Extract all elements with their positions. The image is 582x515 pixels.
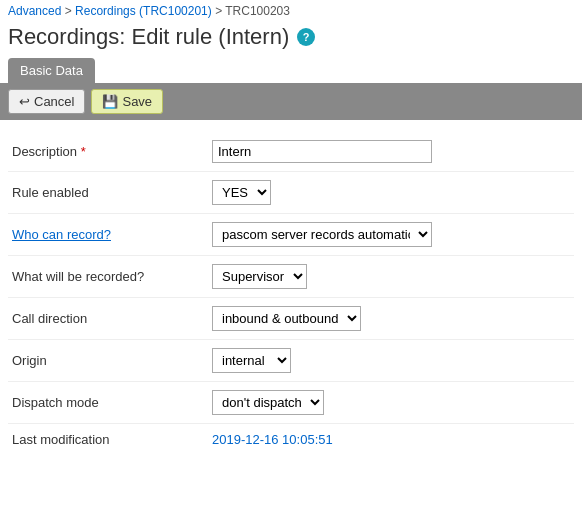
value-origin: internal external all	[212, 348, 570, 373]
label-rule-enabled: Rule enabled	[12, 185, 212, 200]
label-who-can-record[interactable]: Who can record?	[12, 227, 212, 242]
last-modification-value: 2019-12-16 10:05:51	[212, 432, 333, 447]
label-dispatch-mode: Dispatch mode	[12, 395, 212, 410]
rule-enabled-select[interactable]: YES NO	[212, 180, 271, 205]
toolbar: ↩ Cancel 💾 Save	[0, 83, 582, 120]
call-direction-select[interactable]: inbound & outbound inbound outbound	[212, 306, 361, 331]
save-label: Save	[122, 94, 152, 109]
form-row-dispatch-mode: Dispatch mode don't dispatch dispatch	[8, 382, 574, 424]
save-button[interactable]: 💾 Save	[91, 89, 163, 114]
origin-select[interactable]: internal external all	[212, 348, 291, 373]
breadcrumb-recordings[interactable]: Recordings (TRC100201)	[75, 4, 212, 18]
breadcrumb-advanced[interactable]: Advanced	[8, 4, 61, 18]
value-last-modification: 2019-12-16 10:05:51	[212, 432, 570, 447]
save-icon: 💾	[102, 94, 118, 109]
value-rule-enabled: YES NO	[212, 180, 570, 205]
value-description	[212, 140, 570, 163]
description-input[interactable]	[212, 140, 432, 163]
form-row-last-modification: Last modification 2019-12-16 10:05:51	[8, 424, 574, 455]
required-star: *	[81, 144, 86, 159]
form-row-description: Description *	[8, 132, 574, 172]
dispatch-mode-select[interactable]: don't dispatch dispatch	[212, 390, 324, 415]
value-dispatch-mode: don't dispatch dispatch	[212, 390, 570, 415]
form-row-rule-enabled: Rule enabled YES NO	[8, 172, 574, 214]
label-origin: Origin	[12, 353, 212, 368]
tab-basic-data[interactable]: Basic Data	[8, 58, 95, 83]
value-what-recorded: Supervisor All None	[212, 264, 570, 289]
cancel-label: Cancel	[34, 94, 74, 109]
page-title: Recordings: Edit rule (Intern) ?	[0, 20, 582, 58]
tab-bar: Basic Data	[0, 58, 582, 83]
label-what-recorded: What will be recorded?	[12, 269, 212, 284]
form-row-call-direction: Call direction inbound & outbound inboun…	[8, 298, 574, 340]
breadcrumb-current: TRC100203	[225, 4, 290, 18]
who-can-record-select[interactable]: pascom server records automatically Ever…	[212, 222, 432, 247]
form-row-who-can-record: Who can record? pascom server records au…	[8, 214, 574, 256]
form-row-what-recorded: What will be recorded? Supervisor All No…	[8, 256, 574, 298]
cancel-button[interactable]: ↩ Cancel	[8, 89, 85, 114]
form-row-origin: Origin internal external all	[8, 340, 574, 382]
cancel-icon: ↩	[19, 94, 30, 109]
value-who-can-record: pascom server records automatically Ever…	[212, 222, 570, 247]
label-last-modification: Last modification	[12, 432, 212, 447]
form-area: Description * Rule enabled YES NO Who ca…	[0, 120, 582, 467]
breadcrumb: Advanced > Recordings (TRC100201) > TRC1…	[0, 0, 582, 20]
label-call-direction: Call direction	[12, 311, 212, 326]
what-recorded-select[interactable]: Supervisor All None	[212, 264, 307, 289]
value-call-direction: inbound & outbound inbound outbound	[212, 306, 570, 331]
help-icon[interactable]: ?	[297, 28, 315, 46]
label-description: Description *	[12, 144, 212, 159]
